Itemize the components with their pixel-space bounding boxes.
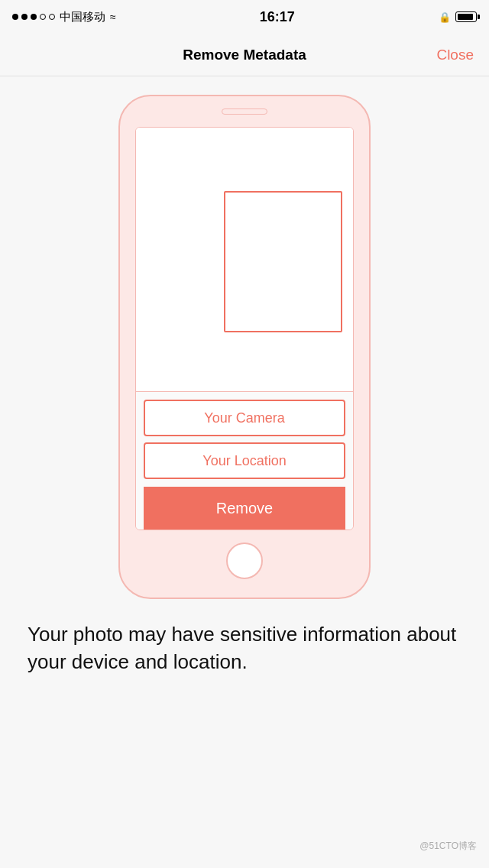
location-button[interactable]: Your Location bbox=[144, 442, 345, 479]
phone-screen: Your Camera Your Location Remove bbox=[135, 127, 354, 530]
signal-icon bbox=[12, 14, 55, 20]
main-content: Your Camera Your Location Remove Your ph… bbox=[0, 76, 489, 676]
wifi-icon: ≈ bbox=[110, 11, 116, 23]
nav-title: Remove Metadata bbox=[183, 47, 306, 63]
battery-fill bbox=[458, 14, 473, 20]
screen-image-area bbox=[136, 128, 353, 392]
photo-placeholder bbox=[224, 191, 342, 332]
camera-button[interactable]: Your Camera bbox=[144, 400, 345, 436]
watermark: @51CTO博客 bbox=[419, 840, 477, 853]
screen-controls: Your Camera Your Location Remove bbox=[136, 392, 353, 530]
status-right: 🔒 bbox=[439, 11, 477, 23]
phone-speaker bbox=[222, 108, 267, 115]
status-bar: 中国移动 ≈ 16:17 🔒 bbox=[0, 0, 489, 34]
status-left: 中国移动 ≈ bbox=[12, 10, 116, 24]
carrier-text: 中国移动 bbox=[60, 10, 105, 24]
nav-bar: Remove Metadata Close bbox=[0, 34, 489, 76]
home-button[interactable] bbox=[226, 542, 263, 579]
phone-mockup: Your Camera Your Location Remove bbox=[118, 95, 371, 599]
battery-icon bbox=[455, 11, 477, 22]
close-button[interactable]: Close bbox=[436, 47, 474, 63]
lock-icon: 🔒 bbox=[439, 11, 451, 23]
status-time: 16:17 bbox=[260, 9, 295, 25]
remove-button[interactable]: Remove bbox=[144, 487, 345, 530]
description-text: Your photo may have sensitive informatio… bbox=[0, 599, 489, 676]
